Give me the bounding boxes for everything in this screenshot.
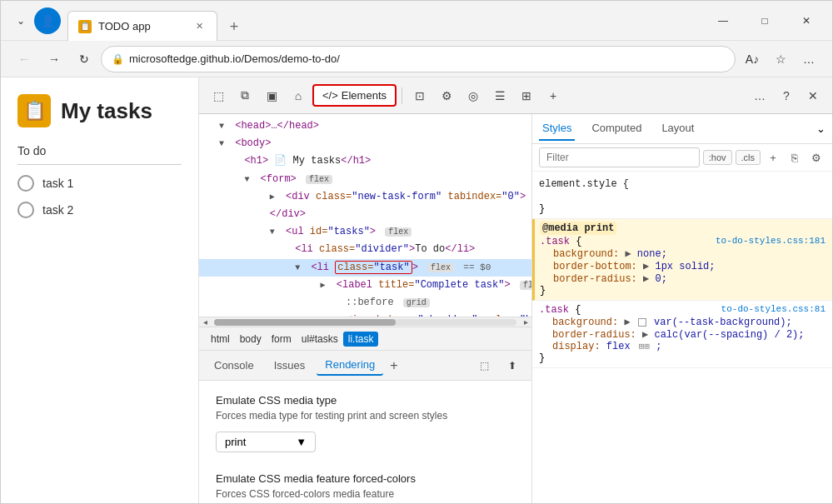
task-checkbox-1[interactable] xyxy=(17,175,34,192)
dropdown-value: print xyxy=(225,436,246,448)
elements-content[interactable]: <head>…</head> <body> <h1> 📄 My tasks</h… xyxy=(199,114,531,317)
device-emulation-button[interactable]: ⧉ xyxy=(232,83,257,108)
media-keyword: @media print xyxy=(540,222,616,235)
breadcrumb-html[interactable]: html xyxy=(206,332,235,347)
close-devtools-button[interactable]: ✕ xyxy=(801,83,826,108)
favorites-button[interactable]: ☆ xyxy=(767,46,794,72)
more-tools-button[interactable]: … xyxy=(747,83,772,108)
sources-button[interactable]: ◎ xyxy=(461,83,486,108)
title-bar: ⌄ 👤 📋 TODO app ✕ + — □ ✕ xyxy=(1,1,832,41)
tree-triangle[interactable] xyxy=(219,118,229,134)
tab-layout[interactable]: Layout xyxy=(658,117,697,141)
style-rule-media-print: @media print .task { to-do-styles.css:18… xyxy=(532,219,832,301)
forward-button[interactable]: → xyxy=(41,46,67,72)
inspect-element-button[interactable]: ⬚ xyxy=(206,83,231,108)
tab-close-button[interactable]: ✕ xyxy=(192,19,207,34)
refresh-button[interactable]: ↻ xyxy=(71,46,97,72)
scroll-right-button[interactable]: ▸ xyxy=(520,318,531,327)
task-label-1: task 1 xyxy=(42,177,73,190)
close-bottom-panel-button[interactable]: ⬆ xyxy=(500,353,525,378)
add-panel-button[interactable]: + xyxy=(541,83,566,108)
horizontal-scrollbar[interactable]: ◂ ▸ xyxy=(199,317,531,327)
tree-triangle[interactable] xyxy=(270,224,280,240)
pseudo-hov-button[interactable]: :hov xyxy=(703,150,732,165)
minimize-button[interactable]: — xyxy=(704,7,742,34)
elements-tab[interactable]: </> Elements xyxy=(312,84,397,107)
breadcrumb-bar: html body form ul#tasks li.task xyxy=(199,327,531,350)
style-prop-border-radius: border-radius: ▶ 0; xyxy=(540,272,826,285)
forced-colors-desc: Forces CSS forced-colors media feature xyxy=(216,488,515,500)
html-line-selected[interactable]: <li class="task"> flex == $0 xyxy=(199,259,531,277)
profile-avatar[interactable]: 👤 xyxy=(34,7,61,34)
window-controls: — □ ✕ xyxy=(704,7,826,34)
media-rule-header: @media print xyxy=(540,222,826,234)
style-source-link-181[interactable]: to-do-styles.css:181 xyxy=(716,236,826,246)
tab-computed[interactable]: Computed xyxy=(588,117,645,141)
home-button[interactable]: ⌂ xyxy=(286,83,311,108)
tree-triangle[interactable] xyxy=(270,189,280,205)
network-button[interactable]: ⊡ xyxy=(407,83,432,108)
breadcrumb-form[interactable]: form xyxy=(267,332,297,347)
breadcrumb-ul-tasks[interactable]: ul#tasks xyxy=(297,332,343,347)
more-button[interactable]: … xyxy=(796,46,822,72)
tree-triangle[interactable] xyxy=(321,277,331,293)
add-bottom-tab-button[interactable]: + xyxy=(387,355,401,377)
breadcrumb-body[interactable]: body xyxy=(235,332,267,347)
html-line[interactable]: </div> xyxy=(199,206,531,223)
task-selector-line2: .task { to-do-styles.css:81 xyxy=(539,304,826,316)
html-line[interactable]: <head>…</head> xyxy=(199,117,531,135)
issues-tab[interactable]: Issues xyxy=(266,356,314,375)
scroll-left-button[interactable]: ◂ xyxy=(199,318,211,327)
close-window-button[interactable]: ✕ xyxy=(787,7,826,34)
add-style-rule-button[interactable]: + xyxy=(764,148,782,167)
tree-triangle[interactable] xyxy=(295,260,305,276)
copy-styles-button[interactable]: ⎘ xyxy=(786,148,804,167)
styles-panel-toggle[interactable]: ⌄ xyxy=(816,122,826,135)
profile-chevron-icon[interactable]: ⌄ xyxy=(7,7,34,34)
active-tab[interactable]: 📋 TODO app ✕ xyxy=(67,11,217,41)
html-line[interactable]: <form> flex xyxy=(199,171,531,188)
html-line[interactable]: <div class="new-task-form" tabindex="0">… xyxy=(199,188,531,206)
tree-triangle[interactable] xyxy=(219,136,229,152)
task-selector-line: .task { to-do-styles.css:181 xyxy=(540,236,826,247)
separator xyxy=(402,87,402,104)
dock-bottom-button[interactable]: ⬚ xyxy=(471,353,496,378)
html-line[interactable]: <ul id="tasks"> flex xyxy=(199,223,531,241)
html-line[interactable]: ::before grid xyxy=(199,294,531,312)
style-prop xyxy=(539,192,826,203)
style-prop-display: display: flex ⊞⊞ ; xyxy=(539,341,826,352)
performance-button[interactable]: ⚙ xyxy=(434,83,459,108)
breadcrumb-li-task[interactable]: li.task xyxy=(343,332,379,347)
layers-button[interactable]: ⊞ xyxy=(514,83,539,108)
new-tab-button[interactable]: + xyxy=(221,13,247,40)
styles-tabs: Styles Computed Layout ⌄ xyxy=(532,114,832,144)
styles-body: element.style { } @media print .task xyxy=(532,172,832,503)
application-button[interactable]: ☰ xyxy=(487,83,512,108)
maximize-button[interactable]: □ xyxy=(746,7,784,34)
back-button[interactable]: ← xyxy=(11,46,37,72)
tree-triangle[interactable] xyxy=(244,172,254,187)
scrollbar-track[interactable] xyxy=(214,319,516,326)
style-source-link-81[interactable]: to-do-styles.css:81 xyxy=(721,304,826,314)
html-line[interactable]: <body> xyxy=(199,135,531,152)
address-bar[interactable]: 🔒 microsoftedge.github.io/Demos/demo-to-… xyxy=(101,46,736,72)
dropdown-arrow-icon: ▼ xyxy=(296,436,307,448)
styles-filter-input[interactable] xyxy=(539,147,700,167)
css-media-dropdown[interactable]: print ▼ xyxy=(216,432,316,452)
rendering-tab[interactable]: Rendering xyxy=(317,355,383,376)
css-media-type-desc: Forces media type for testing print and … xyxy=(216,410,515,422)
help-button[interactable]: ? xyxy=(774,83,799,108)
scrollbar-thumb[interactable] xyxy=(214,319,396,326)
html-line[interactable]: <li class="divider">To do</li> xyxy=(199,241,531,258)
tab-styles[interactable]: Styles xyxy=(539,117,575,141)
console-toggle-button[interactable]: ▣ xyxy=(259,83,284,108)
pseudo-cls-button[interactable]: .cls xyxy=(736,150,761,165)
read-aloud-button[interactable]: A♪ xyxy=(739,46,766,72)
html-line[interactable]: <h1> 📄 My tasks</h1> xyxy=(199,152,531,170)
html-line[interactable]: <label title="Complete task"> flex xyxy=(199,277,531,294)
style-rule-footer: } xyxy=(539,203,826,215)
styles-settings-button[interactable]: ⚙ xyxy=(807,148,826,167)
tabs-area: 📋 TODO app ✕ + xyxy=(67,1,704,40)
console-tab[interactable]: Console xyxy=(206,356,262,375)
task-checkbox-2[interactable] xyxy=(17,202,34,218)
